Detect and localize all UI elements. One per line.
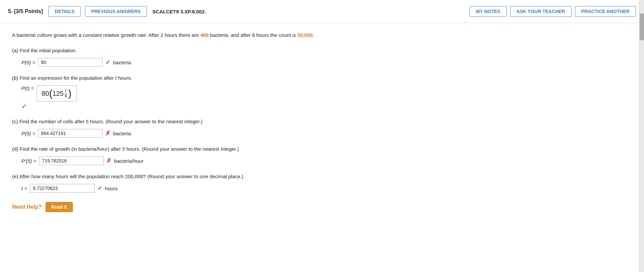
part-d-answer-row: P′(5) = ✗ bacteria/hour (21, 156, 632, 165)
frac-bot: 6 (64, 94, 68, 98)
part-e-math-label: t = (21, 186, 27, 191)
exponent-numerator: t 6 (64, 88, 68, 98)
problem-id: SCALCET9 3.XP.8.002. (152, 9, 206, 14)
intro-text-middle: bacteria, and after 8 hours the count is (209, 32, 297, 38)
content-area: A bacterial culture grows with a constan… (0, 23, 644, 223)
intro-text-after: . (313, 32, 314, 38)
part-b-text-before: (b) Find an expression for the populatio… (12, 75, 115, 81)
fraction: t 6 (64, 88, 68, 98)
part-b-check-icon: ✓ (21, 103, 26, 110)
part-d-math-label: P′(5) = (21, 158, 36, 164)
part-c-unit: bacteria (113, 131, 131, 136)
pt-formula: 80(125 t 6 ) (42, 88, 72, 98)
part-a-unit: bacteria (113, 60, 131, 65)
part-b: (b) Find an expression for the populatio… (12, 74, 632, 110)
part-e-answer-row: t = ✓ hours (21, 184, 632, 193)
part-a-label: (a) Find the initial population. (12, 47, 632, 55)
scrollbar-thumb[interactable] (640, 13, 644, 40)
problem-intro: A bacterial culture grows with a constan… (12, 31, 632, 39)
previous-answers-button[interactable]: PREVIOUS ANSWERS (85, 6, 147, 17)
need-help-label: Need Help? (12, 204, 42, 210)
details-button[interactable]: DETAILS (48, 6, 81, 17)
open-paren: ( (49, 88, 52, 98)
part-a-input[interactable] (38, 58, 103, 67)
part-a: (a) Find the initial population. P(0) = … (12, 47, 632, 67)
part-d-text-after: hours. (Round your answer to the nearest… (125, 146, 239, 152)
frac-top: t (65, 88, 67, 93)
part-d-unit: bacteria/hour (114, 158, 144, 164)
need-help-section: Need Help? Read It (12, 202, 632, 212)
part-e: (e) After how many hours will the popula… (12, 173, 632, 193)
part-d-label: (d) Find the rate of growth (in bacteria… (12, 145, 632, 153)
part-e-label: (e) After how many hours will the popula… (12, 173, 632, 181)
part-e-check-icon: ✓ (97, 185, 102, 192)
part-b-formula-wrap: P(t) = 80(125 t 6 ) (21, 85, 632, 101)
part-d: (d) Find the rate of growth (in bacteria… (12, 145, 632, 165)
part-a-check-icon: ✓ (105, 59, 110, 66)
part-c-label: (c) Find the number of cells after 5 hou… (12, 118, 632, 126)
part-e-unit: hours (105, 186, 118, 191)
part-c-answer-row: P(5) = ✗ bacteria (21, 129, 632, 138)
top-bar: 5. [3/5 Points] DETAILS PREVIOUS ANSWERS… (0, 0, 644, 23)
part-c-math-label: P(5) = (21, 131, 35, 136)
page-wrapper: 5. [3/5 Points] DETAILS PREVIOUS ANSWERS… (0, 0, 644, 272)
intro-value-400: 400 (200, 32, 209, 38)
part-c-text-before: (c) Find the number of cells after (12, 119, 86, 124)
practice-another-button[interactable]: PRACTICE ANOTHER (575, 6, 636, 17)
part-e-input[interactable] (30, 184, 95, 193)
part-b-label: (b) Find an expression for the populatio… (12, 74, 632, 82)
intro-value-50000: 50,000 (297, 32, 313, 38)
part-c-text-after: hours. (Round your answer to the nearest… (89, 119, 202, 124)
right-buttons: MY NOTES ASK YOUR TEACHER PRACTICE ANOTH… (470, 6, 636, 17)
part-d-5: 5 (122, 146, 125, 152)
close-paren: ) (68, 88, 71, 98)
read-it-button[interactable]: Read It (46, 202, 73, 212)
part-c-cross-icon: ✗ (105, 130, 110, 137)
part-b-formula-box[interactable]: 80(125 t 6 ) (37, 85, 77, 101)
part-c: (c) Find the number of cells after 5 hou… (12, 118, 632, 138)
my-notes-button[interactable]: MY NOTES (470, 6, 507, 17)
part-b-check-row: ✓ (21, 103, 632, 110)
ask-teacher-button[interactable]: ASK YOUR TEACHER (510, 6, 572, 17)
part-a-math-label: P(0) = (21, 60, 35, 65)
part-d-text-before: (d) Find the rate of growth (in bacteria… (12, 146, 122, 152)
part-d-cross-icon: ✗ (106, 157, 111, 164)
scrollbar[interactable] (639, 0, 644, 272)
part-b-math-label: P(t) = (21, 85, 34, 91)
part-a-answer-row: P(0) = ✓ bacteria (21, 58, 632, 67)
part-d-input[interactable] (39, 156, 104, 165)
part-b-text-after: hours. (117, 75, 132, 81)
intro-text-before: A bacterial culture grows with a constan… (12, 32, 200, 38)
points-label: 5. [3/5 Points] (8, 8, 43, 14)
part-c-input[interactable] (38, 129, 103, 138)
